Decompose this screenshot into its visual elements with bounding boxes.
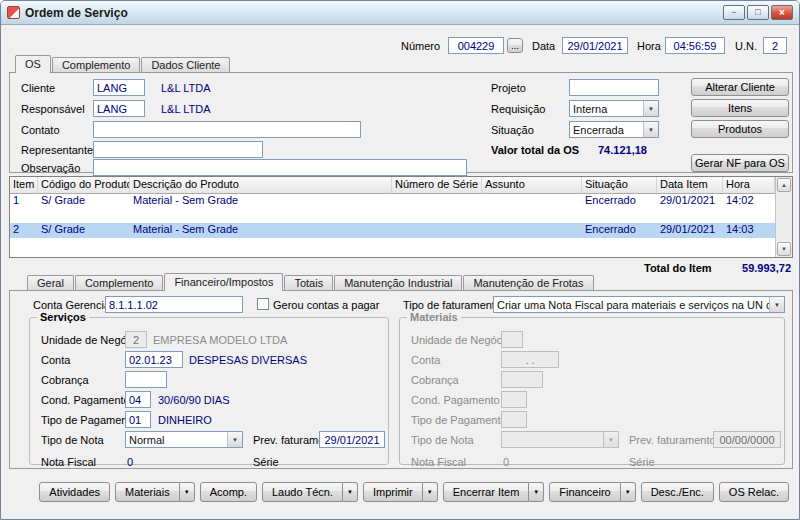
materiais-cond-pagamento-input [501, 391, 527, 408]
materiais-conta-input [501, 351, 559, 368]
window-controls: − □ × [723, 5, 793, 20]
grid-column-descricao-produto[interactable]: Descrição do Produto [130, 177, 392, 193]
observacao-input[interactable] [93, 159, 467, 176]
grid-column-item[interactable]: Item [10, 177, 38, 193]
un-input[interactable] [763, 37, 787, 54]
financeiro-button[interactable]: Financeiro [549, 482, 620, 502]
situacao-label: Situação [491, 124, 534, 136]
responsavel-name-value: L&L LTDA [161, 103, 211, 115]
servicos-cond-pagamento-desc: 30/60/90 DIAS [158, 394, 230, 406]
cell-situacao: Encerrado [582, 223, 657, 238]
servicos-conta-input[interactable] [125, 351, 183, 368]
situacao-dropdown-icon[interactable]: ▼ [643, 122, 658, 137]
hora-input[interactable] [665, 37, 725, 54]
minimize-button-icon[interactable]: − [723, 5, 745, 20]
tab-totais[interactable]: Totais [284, 275, 333, 290]
materiais-button[interactable]: Materiais [115, 482, 180, 502]
itens-button[interactable]: Itens [691, 99, 789, 117]
scroll-up-icon[interactable]: ▲ [777, 178, 791, 192]
gerou-contas-checkbox[interactable] [257, 298, 269, 310]
grid-column-numero-serie[interactable]: Número de Série [392, 177, 482, 193]
servicos-conta-label: Conta [41, 354, 70, 366]
materiais-menu-icon[interactable]: ▼ [180, 482, 195, 502]
materiais-tipo-nota-dropdown-icon: ▼ [603, 432, 618, 447]
tab-complemento-detalhe[interactable]: Complemento [75, 275, 163, 290]
tipo-faturamento-value: Criar uma Nota Fiscal para materiais e s… [494, 299, 769, 311]
produtos-button[interactable]: Produtos [691, 120, 789, 138]
valor-total-value: 74.121,18 [598, 144, 647, 156]
acomp-button[interactable]: Acomp. [200, 482, 257, 502]
servicos-unidade-desc: EMPRESA MODELO LTDA [153, 334, 287, 346]
servicos-cobranca-input[interactable] [125, 371, 167, 388]
imprimir-menu-icon[interactable]: ▼ [423, 482, 438, 502]
tipo-faturamento-select[interactable]: Criar uma Nota Fiscal para materiais e s… [493, 296, 785, 313]
situacao-select[interactable]: Encerrada ▼ [569, 121, 659, 138]
window-title: Ordem de Serviço [25, 6, 128, 20]
contato-label: Contato [21, 124, 60, 136]
servicos-tipo-pagamento-input[interactable] [125, 411, 151, 428]
materiais-prev-faturamento-label: Prev. faturamento [629, 434, 716, 446]
servicos-tipo-nota-dropdown-icon[interactable]: ▼ [227, 432, 242, 447]
titlebar[interactable]: Ordem de Serviço − □ × [1, 1, 799, 25]
servicos-nota-fiscal-value: 0 [127, 456, 133, 468]
grid-column-data-item[interactable]: Data Item [657, 177, 723, 193]
atividades-button[interactable]: Atividades [39, 482, 110, 502]
servicos-prev-faturamento-input[interactable] [319, 431, 385, 448]
un-label: U.N. [735, 40, 757, 52]
table-row-selected[interactable]: 2 S/ Grade Material - Sem Grade Encerrad… [10, 223, 775, 238]
materiais-cobranca-label: Cobrança [411, 374, 459, 386]
requisicao-dropdown-icon[interactable]: ▼ [643, 101, 658, 116]
laudo-tecn-menu-icon[interactable]: ▼ [343, 482, 358, 502]
data-input[interactable] [562, 37, 628, 54]
requisicao-select[interactable]: Interna ▼ [569, 100, 659, 117]
laudo-tecn-button[interactable]: Laudo Técn. [262, 482, 343, 502]
cell-hora: 14:02 [723, 194, 775, 209]
numero-input[interactable] [448, 37, 504, 54]
imprimir-button[interactable]: Imprimir [363, 482, 423, 502]
encerrar-item-menu-icon[interactable]: ▼ [529, 482, 544, 502]
numero-label: Número [401, 40, 440, 52]
total-item-value: 59.993,72 [713, 262, 791, 274]
representante-input[interactable] [93, 141, 263, 158]
tab-os[interactable]: OS [15, 55, 51, 73]
imprimir-split-button: Imprimir ▼ [363, 482, 438, 502]
grid-column-situacao[interactable]: Situação [582, 177, 657, 193]
desc-enc-button[interactable]: Desc./Enc. [641, 482, 714, 502]
service-order-window: Ordem de Serviço − □ × Número ... Data H… [0, 0, 800, 520]
app-icon [7, 6, 20, 19]
cell-data: 29/01/2021 [657, 194, 723, 209]
tab-complemento[interactable]: Complemento [52, 57, 140, 72]
grid-column-assunto[interactable]: Assunto [482, 177, 582, 193]
contato-input[interactable] [93, 121, 361, 138]
responsavel-code-input[interactable] [93, 100, 145, 117]
financeiro-menu-icon[interactable]: ▼ [621, 482, 636, 502]
cliente-code-input[interactable] [93, 79, 145, 96]
os-relac-button[interactable]: OS Relac. [719, 482, 789, 502]
gerar-nf-button[interactable]: Gerar NF para OS [691, 154, 789, 172]
tab-dados-cliente[interactable]: Dados Cliente [141, 57, 230, 72]
grid-column-codigo-produto[interactable]: Código do Produto [38, 177, 130, 193]
projeto-label: Projeto [491, 82, 526, 94]
gerou-contas-label: Gerou contas a pagar [273, 299, 379, 311]
action-bar: Atividades Materiais ▼ Acomp. Laudo Técn… [39, 482, 789, 502]
tab-geral[interactable]: Geral [27, 275, 74, 290]
conta-gerencial-input[interactable] [105, 296, 243, 313]
servicos-cond-pagamento-input[interactable] [125, 391, 151, 408]
table-row[interactable]: 1 S/ Grade Material - Sem Grade Encerrad… [10, 194, 775, 209]
close-button-icon[interactable]: × [771, 5, 793, 20]
cell-codigo: S/ Grade [38, 223, 130, 238]
numero-browse-button[interactable]: ... [507, 38, 523, 53]
tab-manutencao-industrial[interactable]: Manutenção Industrial [334, 275, 462, 290]
tipo-faturamento-dropdown-icon[interactable]: ▼ [769, 297, 784, 312]
tab-manutencao-frotas[interactable]: Manutenção de Frotas [463, 275, 593, 290]
servicos-tipo-nota-select[interactable]: Normal ▼ [125, 431, 243, 448]
grid-header: Item Código do Produto Descrição do Prod… [10, 177, 775, 194]
alterar-cliente-button[interactable]: Alterar Cliente [691, 78, 789, 96]
grid-scrollbar[interactable]: ▲ ▼ [775, 177, 792, 257]
maximize-button-icon[interactable]: □ [747, 5, 769, 20]
encerrar-item-button[interactable]: Encerrar Item [443, 482, 530, 502]
tab-financeiro-impostos[interactable]: Financeiro/Impostos [164, 273, 283, 291]
scroll-down-icon[interactable]: ▼ [777, 242, 791, 256]
grid-column-hora[interactable]: Hora [723, 177, 775, 193]
projeto-input[interactable] [569, 79, 659, 96]
